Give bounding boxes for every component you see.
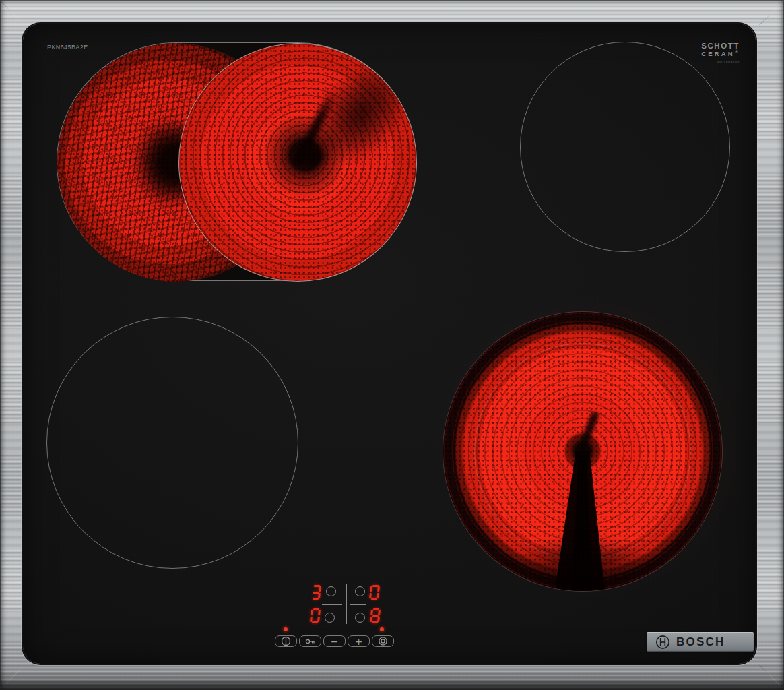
key-lock-button[interactable] xyxy=(299,635,321,647)
dual-zone-led xyxy=(380,627,384,631)
power-led xyxy=(284,627,288,631)
display-digit-rear-left xyxy=(311,585,321,600)
zone-map-divider-vertical xyxy=(346,584,347,624)
zone-map-divider-right xyxy=(350,604,366,605)
glass-brand-line2: CERAN® xyxy=(701,50,740,57)
power-button[interactable] xyxy=(275,635,297,647)
burner-rear-right xyxy=(520,42,730,252)
zone-indicator-front-right xyxy=(355,613,365,623)
glass-brand-label: SCHOTT CERAN® 9001808608 xyxy=(701,42,740,64)
frame-miter-seam xyxy=(759,0,784,25)
burner-front-right xyxy=(443,311,723,592)
registered-mark: ® xyxy=(735,50,738,54)
zone-indicator-rear-left xyxy=(326,586,336,596)
key-lock-icon xyxy=(305,638,316,645)
zone-map-divider-left xyxy=(322,604,342,605)
bosch-logo-icon xyxy=(655,635,670,650)
display-digit-front-left xyxy=(310,608,321,623)
power-icon xyxy=(281,636,291,646)
minus-button[interactable]: − xyxy=(323,635,346,647)
zone-indicator-rear-right xyxy=(355,586,365,596)
ceramic-glass-surface: PKN645BA2E SCHOTT CERAN® 9001808608 xyxy=(23,24,756,664)
dual-zone-button[interactable] xyxy=(372,635,394,647)
plus-button[interactable]: + xyxy=(348,635,370,647)
display-digit-rear-right xyxy=(369,585,380,600)
brand-name: BOSCH xyxy=(676,635,725,649)
frame-miter-seam xyxy=(0,0,25,25)
burner-rear-left xyxy=(57,42,416,281)
cooktop: PKN645BA2E SCHOTT CERAN® 9001808608 xyxy=(0,0,784,690)
frame-miter-seam xyxy=(759,665,784,690)
element-center-knot xyxy=(292,139,333,173)
display-digit-front-right xyxy=(370,608,381,623)
dual-zone-icon xyxy=(378,636,388,646)
zone-indicator-front-left xyxy=(325,613,335,623)
minus-icon: − xyxy=(331,637,339,646)
model-number-label: PKN645BA2E xyxy=(47,44,88,51)
plus-icon: + xyxy=(355,637,363,646)
element-bottom-shadow xyxy=(494,530,672,592)
glass-brand-line1: SCHOTT xyxy=(701,42,740,50)
glass-material-code: 9001808608 xyxy=(701,61,740,64)
frame-miter-seam xyxy=(0,665,25,690)
bosch-badge: BOSCH xyxy=(647,632,754,652)
rear-left-inner-glow-disc xyxy=(178,43,417,282)
burner-front-left xyxy=(46,317,298,569)
